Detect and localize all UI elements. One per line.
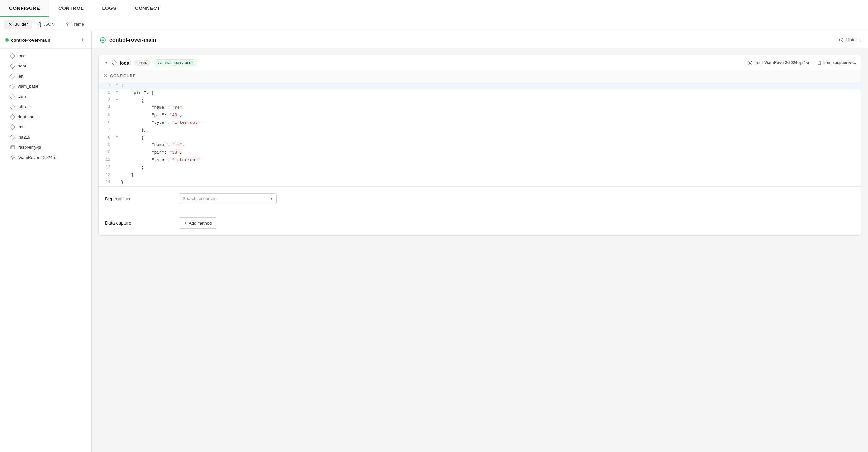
sidebar-item-label-left-enc: left-enc — [18, 104, 32, 109]
card-collapse-button[interactable]: ▾ — [104, 60, 109, 65]
diamond-icon — [10, 94, 16, 99]
svg-point-12 — [749, 62, 751, 64]
sidebar-item-local[interactable]: local — [0, 51, 91, 61]
sidebar: control-rover-main + local right left vi… — [0, 31, 92, 452]
code-line-10: 10 "pin": "38", — [99, 149, 861, 156]
sidebar-item-label-viamrover: ViamRover2-2024-r... — [18, 155, 59, 160]
line-num-9: 9 — [99, 142, 114, 148]
line-content-5: "pin": "40", — [120, 112, 182, 119]
line-toggle-14 — [114, 179, 120, 180]
sidebar-item-viamrover[interactable]: ViamRover2-2024-r... — [0, 152, 91, 162]
line-toggle-9 — [114, 142, 120, 142]
diamond-icon — [10, 124, 16, 130]
json-icon: {} — [38, 22, 41, 27]
main-layout: control-rover-main + local right left vi… — [0, 31, 868, 452]
frame-icon — [65, 21, 70, 27]
sidebar-item-imu[interactable]: imu — [0, 122, 91, 132]
sidebar-item-left[interactable]: left — [0, 71, 91, 81]
nav-control[interactable]: CONTROL — [49, 0, 93, 17]
code-line-12: 12 } — [99, 164, 861, 172]
sub-nav-frame[interactable]: Frame — [61, 19, 89, 29]
search-resources-dropdown[interactable]: Search resources ▾ — [179, 193, 277, 204]
content-header: control-rover-main Histor... — [92, 31, 868, 49]
sidebar-item-ina219[interactable]: ina219 — [0, 132, 91, 142]
sub-nav-builder-label: Builder — [14, 22, 28, 27]
content-title-row: control-rover-main — [100, 37, 156, 43]
line-content-6: "type": "interrupt" — [120, 119, 200, 127]
svg-point-10 — [102, 38, 103, 39]
add-method-button[interactable]: + Add method — [179, 217, 217, 229]
sidebar-item-label-local: local — [18, 53, 27, 58]
sidebar-item-viam-base[interactable]: viam_base — [0, 81, 91, 91]
sidebar-list: local right left viam_base cam left-enc — [0, 49, 91, 164]
sidebar-item-label-cam: cam — [18, 94, 26, 99]
code-line-7: 7 }, — [99, 127, 861, 134]
sub-nav-json[interactable]: {} JSON — [33, 20, 59, 29]
line-num-12: 12 — [99, 164, 114, 171]
diamond-icon — [10, 53, 16, 59]
search-resources-chevron-icon: ▾ — [271, 197, 273, 201]
component-tag-type: viam:raspberry-pi:rpi — [154, 59, 197, 66]
content-title: control-rover-main — [110, 37, 156, 43]
configure-label: CONFIGURE — [111, 74, 135, 78]
sidebar-item-label-right-enc: right-enc — [18, 114, 34, 119]
configure-close-button[interactable]: ✕ — [104, 73, 108, 78]
diamond-icon — [10, 84, 16, 89]
line-num-14: 14 — [99, 179, 114, 186]
add-component-button[interactable]: + — [78, 36, 86, 44]
nav-logs[interactable]: LOGS — [93, 0, 125, 17]
diamond-icon — [10, 114, 16, 120]
card-from-row: from ViamRover2-2024-rpi4-a | from raspb… — [748, 60, 856, 65]
from-separator: | — [813, 60, 814, 65]
line-content-8: { — [120, 134, 144, 142]
nav-configure[interactable]: CONFIGURE — [0, 0, 49, 17]
component-type-icon — [112, 60, 117, 65]
sidebar-robot-name: control-rover-main — [11, 38, 51, 42]
code-line-14: 14 } — [99, 179, 861, 186]
line-toggle-4 — [114, 104, 120, 105]
sidebar-item-right[interactable]: right — [0, 61, 91, 71]
line-num-2: 2 — [99, 89, 114, 96]
code-line-8: 8 v { — [99, 134, 861, 142]
line-toggle-8[interactable]: v — [114, 134, 120, 140]
nav-connect[interactable]: CONNECT — [126, 0, 169, 17]
history-icon — [839, 37, 844, 42]
line-toggle-12 — [114, 164, 120, 165]
connection-status-dot — [5, 38, 8, 41]
line-num-1: 1 — [99, 82, 114, 89]
sidebar-item-cam[interactable]: cam — [0, 91, 91, 101]
sidebar-item-right-enc[interactable]: right-enc — [0, 112, 91, 122]
gear-icon — [10, 155, 15, 160]
from-file-icon — [817, 60, 822, 65]
sub-nav-builder[interactable]: ✕ Builder — [4, 20, 32, 29]
configure-section-header: ✕ CONFIGURE — [99, 70, 861, 82]
code-line-2: 2 v "pins": [ — [99, 89, 861, 97]
svg-point-8 — [12, 156, 14, 158]
line-toggle-3[interactable]: v — [114, 97, 120, 103]
sidebar-item-raspberry-pi[interactable]: raspberry-pi — [0, 142, 91, 152]
line-toggle-11 — [114, 156, 120, 157]
from-label-2: from — [824, 60, 831, 65]
from-source-1: ViamRover2-2024-rpi4-a — [765, 60, 809, 65]
diamond-icon — [10, 63, 16, 69]
line-toggle-10 — [114, 149, 120, 150]
line-toggle-1[interactable]: v — [114, 82, 120, 88]
code-line-9: 9 "name": "le", — [99, 142, 861, 149]
line-num-5: 5 — [99, 112, 114, 119]
sub-nav: ✕ Builder {} JSON Frame — [0, 17, 868, 31]
configure-section: ✕ CONFIGURE 1 v { 2 v "pins": [ — [99, 70, 861, 187]
line-content-9: "name": "le", — [120, 142, 185, 149]
line-toggle-2[interactable]: v — [114, 89, 120, 95]
code-editor[interactable]: 1 v { 2 v "pins": [ 3 v { — [99, 82, 861, 186]
history-button[interactable]: Histor... — [839, 37, 860, 42]
data-capture-label: Data capture — [105, 220, 170, 226]
line-toggle-7 — [114, 127, 120, 127]
line-content-2: "pins": [ — [120, 89, 154, 97]
sidebar-item-left-enc[interactable]: left-enc — [0, 101, 91, 112]
line-content-13: ] — [120, 172, 134, 179]
line-num-13: 13 — [99, 172, 114, 179]
line-num-6: 6 — [99, 119, 114, 126]
builder-icon: ✕ — [8, 22, 12, 27]
sidebar-item-label-raspberry-pi: raspberry-pi — [18, 145, 41, 150]
diamond-icon — [10, 134, 16, 140]
